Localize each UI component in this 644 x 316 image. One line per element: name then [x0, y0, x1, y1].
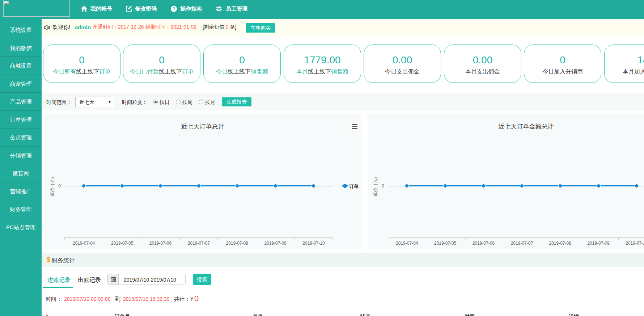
svg-text:?: ?: [173, 7, 175, 12]
